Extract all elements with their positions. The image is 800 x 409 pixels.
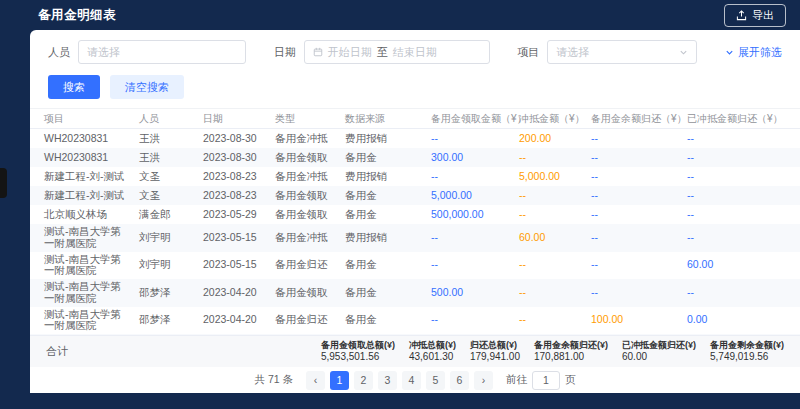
table-cell: WH20230831	[44, 150, 139, 166]
table-cell: 2023-08-23	[203, 188, 275, 204]
page-button[interactable]: 4	[402, 371, 421, 390]
chevron-down-icon	[679, 48, 688, 57]
export-label: 导出	[752, 8, 774, 23]
goto-page-input[interactable]	[532, 371, 560, 390]
table-cell: 备用金归还	[275, 257, 345, 273]
amount-cell: --	[687, 230, 786, 246]
summary-item-value: 60.00	[622, 351, 696, 364]
table-body: WH20230831王洪2023-08-30备用金冲抵费用报销--200.00-…	[30, 129, 800, 335]
filter-bar: 人员 日期 开始日期 至 结束日期 项目 请选择	[30, 30, 800, 66]
amount-cell: --	[519, 150, 591, 166]
page-button[interactable]: 1	[330, 371, 349, 390]
amount-cell: --	[591, 207, 687, 223]
table-row: 北京顺义林场满金郎2023-05-29备用金领取备用金500,000.00---…	[30, 205, 800, 224]
table-row: 测试-南昌大学第一附属医院刘宇明2023-05-15备用金归还备用金------…	[30, 252, 800, 280]
clear-search-button[interactable]: 清空搜索	[110, 75, 184, 99]
export-button[interactable]: 导出	[724, 4, 786, 27]
person-label: 人员	[48, 45, 70, 60]
summary-item-value: 179,941.00	[470, 351, 520, 364]
table-cell: 备用金领取	[275, 188, 345, 204]
summary-item-label: 备用金领取总额(¥)	[321, 340, 395, 351]
table-cell: 2023-05-29	[203, 207, 275, 223]
amount-cell: --	[687, 150, 786, 166]
date-separator: 至	[377, 45, 388, 60]
table-cell: 2023-08-30	[203, 131, 275, 147]
page-button[interactable]: 6	[450, 371, 469, 390]
table-cell: 备用金冲抵	[275, 169, 345, 185]
summary-item-label: 归还总额(¥)	[470, 340, 520, 351]
person-select[interactable]	[78, 40, 246, 64]
table-cell: 备用金领取	[275, 207, 345, 223]
goto-group: 前往 页	[506, 371, 576, 390]
amount-cell: --	[687, 169, 786, 185]
table-row: 测试-南昌大学第一附属医院邵梦泽2023-04-20备用金归还备用金----10…	[30, 307, 800, 335]
table-row: WH20230831王洪2023-08-30备用金领取备用金300.00----…	[30, 148, 800, 167]
amount-cell: --	[591, 131, 687, 147]
amount-cell: --	[591, 230, 687, 246]
date-end-placeholder[interactable]: 结束日期	[393, 45, 437, 60]
amount-cell: --	[519, 312, 591, 328]
table-cell: 王洪	[139, 150, 203, 166]
date-filter: 日期 开始日期 至 结束日期	[274, 40, 490, 64]
table-cell: 测试-南昌大学第一附属医院	[44, 224, 139, 252]
project-label: 项目	[517, 45, 539, 60]
table-cell: 测试-南昌大学第一附属医院	[44, 279, 139, 307]
page-button[interactable]: 2	[354, 371, 373, 390]
goto-label: 前往	[506, 373, 527, 387]
amount-cell: --	[687, 207, 786, 223]
amount-cell: --	[519, 285, 591, 301]
amount-cell: --	[591, 285, 687, 301]
table-cell: 备用金冲抵	[275, 230, 345, 246]
page-button[interactable]: 3	[378, 371, 397, 390]
summary-item: 归还总额(¥)179,941.00	[470, 340, 520, 364]
table-cell: 2023-04-20	[203, 312, 275, 328]
table-cell: 文圣	[139, 188, 203, 204]
amount-cell: --	[687, 131, 786, 147]
summary-item-value: 5,749,019.56	[710, 351, 784, 364]
summary-groups: 备用金领取总额(¥)5,953,501.56冲抵总额(¥)43,601.30归还…	[321, 340, 784, 364]
page-button[interactable]: 5	[426, 371, 445, 390]
next-page-button[interactable]: ›	[474, 371, 493, 390]
table-cell: 刘宇明	[139, 257, 203, 273]
table-cell: 测试-南昌大学第一附属医院	[44, 252, 139, 280]
table-cell: 北京顺义林场	[44, 207, 139, 223]
table-cell: 备用金	[345, 207, 431, 223]
date-start-placeholder[interactable]: 开始日期	[328, 45, 372, 60]
pagination: 共 71 条 ‹ 123456 › 前往 页	[30, 367, 800, 393]
project-placeholder: 请选择	[556, 45, 589, 60]
table-cell: 备用金领取	[275, 150, 345, 166]
table-cell: 邵梦泽	[139, 285, 203, 301]
person-input[interactable]	[87, 46, 237, 58]
table-cell: 2023-08-30	[203, 150, 275, 166]
project-filter: 项目 请选择	[517, 40, 697, 64]
amount-cell: --	[519, 257, 591, 273]
summary-item-value: 170,881.00	[534, 351, 608, 364]
date-range-picker[interactable]: 开始日期 至 结束日期	[304, 40, 490, 64]
calendar-icon	[313, 47, 323, 57]
amount-cell: --	[431, 169, 519, 185]
summary-total-label: 合计	[46, 344, 166, 359]
column-header: 日期	[203, 112, 275, 126]
amount-cell: --	[687, 285, 786, 301]
summary-item-label: 已冲抵金额归还(¥)	[622, 340, 696, 351]
column-header: 项目	[44, 112, 139, 126]
summary-item: 备用金余额归还(¥)170,881.00	[534, 340, 608, 364]
amount-cell: --	[431, 230, 519, 246]
summary-item: 备用金领取总额(¥)5,953,501.56	[321, 340, 395, 364]
table-row: 新建工程-刘-测试文圣2023-08-23备用金领取备用金5,000.00---…	[30, 186, 800, 205]
drawer-collapse-handle[interactable]	[0, 168, 7, 198]
expand-filter-label: 展开筛选	[738, 45, 782, 60]
content-card: 人员 日期 开始日期 至 结束日期 项目 请选择	[30, 30, 800, 393]
summary-item-value: 43,601.30	[409, 351, 456, 364]
table-cell: 费用报销	[345, 169, 431, 185]
amount-cell: 0.00	[687, 312, 786, 328]
summary-item: 冲抵总额(¥)43,601.30	[409, 340, 456, 364]
amount-cell: --	[591, 169, 687, 185]
amount-cell: 300.00	[431, 150, 519, 166]
prev-page-button[interactable]: ‹	[306, 371, 325, 390]
amount-cell: 500.00	[431, 285, 519, 301]
expand-filter-link[interactable]: 展开筛选	[725, 45, 782, 60]
project-select[interactable]: 请选择	[547, 40, 697, 64]
search-button[interactable]: 搜索	[48, 75, 100, 99]
amount-cell: --	[591, 188, 687, 204]
